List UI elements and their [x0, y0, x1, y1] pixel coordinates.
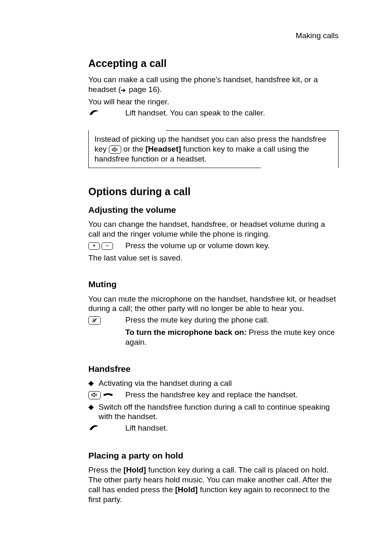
paragraph: Press the [Hold] function key during a c…	[88, 465, 339, 504]
volume-down-key-icon: −	[101, 242, 113, 250]
paragraph: You can make a call using the phone's ha…	[88, 75, 339, 95]
text: page 16).	[127, 85, 162, 94]
paragraph: The last value set is saved.	[88, 253, 339, 263]
heading-options-call: Options during a call	[88, 185, 339, 198]
text: Press the	[88, 466, 124, 474]
headset-key-label: [Headset]	[145, 145, 181, 153]
bullet-text: Activating via the handset during a call	[99, 378, 339, 388]
handsfree-key-icon	[109, 145, 121, 154]
paragraph: You can mute the microphone on the hands…	[88, 294, 339, 314]
volume-up-key-icon: +	[88, 242, 100, 250]
paragraph: You will hear the ringer.	[88, 97, 339, 107]
step-text: Press the volume up or volume down key.	[125, 241, 339, 251]
subheading-handsfree: Handsfree	[88, 364, 339, 374]
step-text: Press the mute key during the phone call…	[125, 315, 339, 325]
bullet-text: Switch off the handsfree function during…	[99, 402, 339, 422]
handsfree-key-icon	[88, 391, 101, 399]
step-text: Lift handset.	[125, 423, 339, 433]
arrow-right-icon	[121, 85, 127, 95]
lift-handset-icon	[88, 423, 101, 434]
bold-text: To turn the microphone back on:	[125, 328, 247, 336]
text: or the	[121, 145, 145, 153]
replace-handset-icon	[102, 390, 114, 400]
diamond-bullet-icon: ◆	[88, 378, 99, 388]
page: Making calls Accepting a call You can ma…	[0, 0, 392, 537]
running-head: Making calls	[88, 31, 339, 41]
paragraph: You can change the handset, handsfree, o…	[88, 219, 339, 239]
step-lift-handset-2: Lift handset.	[88, 423, 339, 434]
step-unmute: To turn the microphone back on: Press th…	[88, 327, 339, 347]
subheading-hold: Placing a party on hold	[88, 450, 339, 461]
note-box: Instead of picking up the handset you ca…	[88, 130, 339, 168]
hold-key-label: [Hold]	[124, 466, 146, 474]
subheading-muting: Muting	[88, 279, 339, 290]
hold-key-label: [Hold]	[175, 485, 198, 494]
step-volume: + − Press the volume up or volume down k…	[88, 241, 339, 251]
step-mute: Press the mute key during the phone call…	[88, 315, 339, 326]
step-text: To turn the microphone back on: Press th…	[125, 327, 339, 347]
heading-accepting-call: Accepting a call	[88, 57, 339, 70]
bullet-item: ◆ Activating via the handset during a ca…	[88, 378, 339, 388]
step-lift-handset: Lift handset. You can speak to the calle…	[88, 108, 339, 119]
step-text: Lift handset. You can speak to the calle…	[125, 108, 339, 118]
step-text: Press the handsfree key and replace the …	[125, 390, 339, 400]
diamond-bullet-icon: ◆	[88, 402, 99, 412]
subheading-volume: Adjusting the volume	[88, 205, 339, 215]
mute-key-icon	[88, 316, 101, 325]
lift-handset-icon	[88, 108, 101, 119]
bullet-item: ◆ Switch off the handsfree function duri…	[88, 402, 339, 422]
step-handsfree-on: Press the handsfree key and replace the …	[88, 390, 339, 401]
